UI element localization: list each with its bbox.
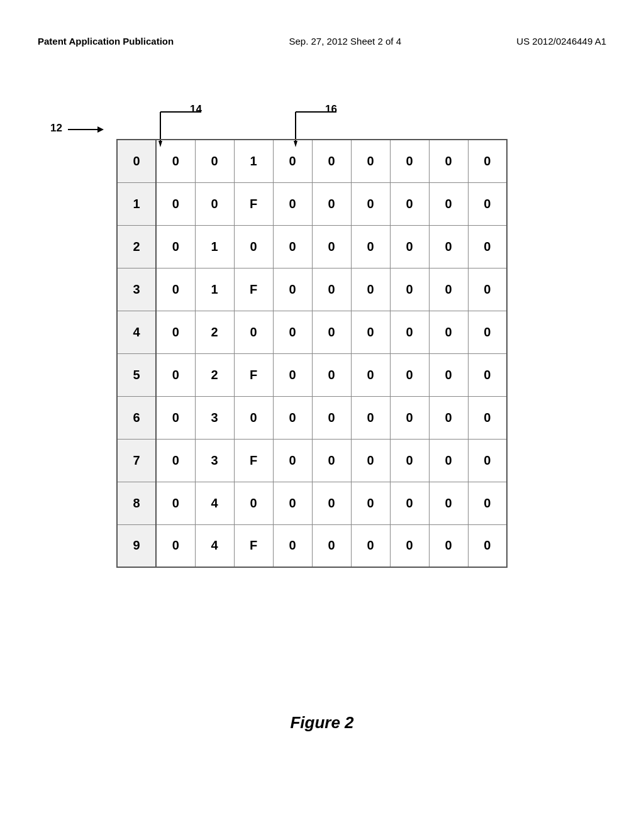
header-patent-number: US 2012/0246449 A1 <box>516 35 606 48</box>
cell-2-1: 1 <box>195 225 234 268</box>
cell-1-6: 0 <box>390 182 429 225</box>
cell-7-0: 0 <box>156 439 195 482</box>
cell-1-0: 0 <box>156 182 195 225</box>
cell-7-7: 0 <box>429 439 468 482</box>
row-header-8: 8 <box>117 482 156 524</box>
cell-4-8: 0 <box>468 311 507 353</box>
cell-0-6: 0 <box>390 140 429 182</box>
cell-5-7: 0 <box>429 353 468 396</box>
cell-6-8: 0 <box>468 396 507 439</box>
cell-4-5: 0 <box>351 311 390 353</box>
cell-9-4: 0 <box>312 524 351 567</box>
row-header-2: 2 <box>117 225 156 268</box>
cell-1-8: 0 <box>468 182 507 225</box>
cell-2-3: 0 <box>273 225 312 268</box>
cell-3-5: 0 <box>351 268 390 311</box>
row-header-5: 5 <box>117 353 156 396</box>
cell-6-0: 0 <box>156 396 195 439</box>
cell-5-4: 0 <box>312 353 351 396</box>
cell-7-2: F <box>234 439 273 482</box>
row-header-9: 9 <box>117 524 156 567</box>
cell-5-2: F <box>234 353 273 396</box>
cell-0-0: 0 <box>156 140 195 182</box>
cell-4-4: 0 <box>312 311 351 353</box>
figure-caption: Figure 2 <box>0 713 644 733</box>
cell-0-7: 0 <box>429 140 468 182</box>
row-header-3: 3 <box>117 268 156 311</box>
cell-6-7: 0 <box>429 396 468 439</box>
cell-5-8: 0 <box>468 353 507 396</box>
cell-2-8: 0 <box>468 225 507 268</box>
cell-6-4: 0 <box>312 396 351 439</box>
cell-7-6: 0 <box>390 439 429 482</box>
cell-7-5: 0 <box>351 439 390 482</box>
cell-1-5: 0 <box>351 182 390 225</box>
cell-7-3: 0 <box>273 439 312 482</box>
cell-4-2: 0 <box>234 311 273 353</box>
cell-0-2: 1 <box>234 140 273 182</box>
cell-3-4: 0 <box>312 268 351 311</box>
cell-9-1: 4 <box>195 524 234 567</box>
cell-3-2: F <box>234 268 273 311</box>
svg-marker-1 <box>97 126 104 133</box>
cell-0-3: 0 <box>273 140 312 182</box>
cell-2-2: 0 <box>234 225 273 268</box>
row-header-4: 4 <box>117 311 156 353</box>
cell-3-0: 0 <box>156 268 195 311</box>
row-header-1: 1 <box>117 182 156 225</box>
cell-8-4: 0 <box>312 482 351 524</box>
cell-5-6: 0 <box>390 353 429 396</box>
cell-8-2: 0 <box>234 482 273 524</box>
cell-8-8: 0 <box>468 482 507 524</box>
cell-7-4: 0 <box>312 439 351 482</box>
cell-9-5: 0 <box>351 524 390 567</box>
row-header-7: 7 <box>117 439 156 482</box>
cell-8-1: 4 <box>195 482 234 524</box>
cell-7-1: 3 <box>195 439 234 482</box>
cell-7-8: 0 <box>468 439 507 482</box>
data-table: 0001000000100F0000002010000000301F000000… <box>116 139 508 568</box>
cell-2-0: 0 <box>156 225 195 268</box>
cell-1-1: 0 <box>195 182 234 225</box>
cell-5-3: 0 <box>273 353 312 396</box>
cell-0-5: 0 <box>351 140 390 182</box>
row-header-6: 6 <box>117 396 156 439</box>
cell-8-6: 0 <box>390 482 429 524</box>
cell-9-6: 0 <box>390 524 429 567</box>
cell-6-6: 0 <box>390 396 429 439</box>
cell-6-5: 0 <box>351 396 390 439</box>
label-16: 16 <box>325 103 337 116</box>
cell-5-0: 0 <box>156 353 195 396</box>
cell-4-3: 0 <box>273 311 312 353</box>
cell-8-3: 0 <box>273 482 312 524</box>
cell-2-5: 0 <box>351 225 390 268</box>
cell-8-0: 0 <box>156 482 195 524</box>
cell-1-2: F <box>234 182 273 225</box>
cell-4-1: 2 <box>195 311 234 353</box>
header-publication-label: Patent Application Publication <box>38 35 174 48</box>
cell-9-7: 0 <box>429 524 468 567</box>
cell-0-4: 0 <box>312 140 351 182</box>
cell-2-4: 0 <box>312 225 351 268</box>
cell-9-0: 0 <box>156 524 195 567</box>
cell-9-3: 0 <box>273 524 312 567</box>
cell-8-5: 0 <box>351 482 390 524</box>
cell-2-6: 0 <box>390 225 429 268</box>
cell-2-7: 0 <box>429 225 468 268</box>
cell-3-3: 0 <box>273 268 312 311</box>
cell-1-4: 0 <box>312 182 351 225</box>
cell-3-6: 0 <box>390 268 429 311</box>
label-12: 12 <box>50 122 62 135</box>
cell-0-8: 0 <box>468 140 507 182</box>
cell-8-7: 0 <box>429 482 468 524</box>
cell-9-2: F <box>234 524 273 567</box>
cell-9-8: 0 <box>468 524 507 567</box>
cell-5-5: 0 <box>351 353 390 396</box>
header-date-sheet: Sep. 27, 2012 Sheet 2 of 4 <box>289 35 401 48</box>
cell-0-1: 0 <box>195 140 234 182</box>
cell-1-3: 0 <box>273 182 312 225</box>
cell-4-0: 0 <box>156 311 195 353</box>
cell-4-7: 0 <box>429 311 468 353</box>
cell-6-1: 3 <box>195 396 234 439</box>
cell-3-8: 0 <box>468 268 507 311</box>
